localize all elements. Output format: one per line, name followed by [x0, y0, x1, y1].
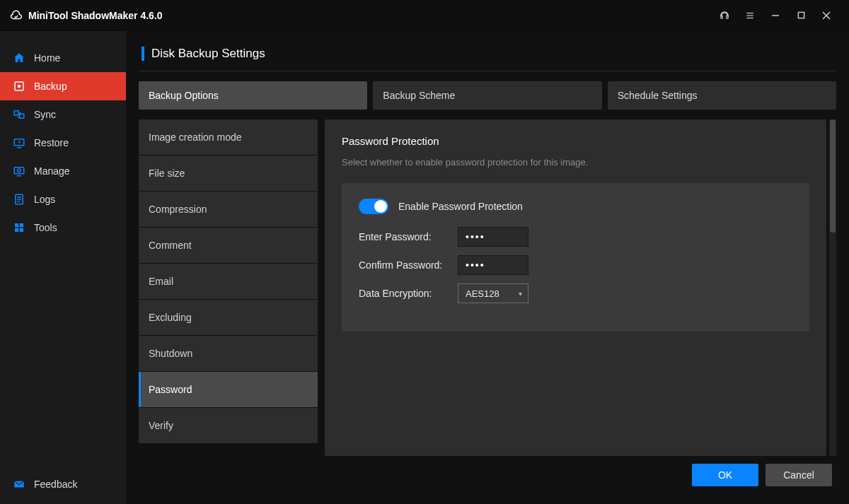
- encryption-label: Data Encryption:: [359, 288, 451, 299]
- sync-icon: [13, 108, 25, 121]
- option-comment[interactable]: Comment: [139, 228, 318, 263]
- option-email[interactable]: Email: [139, 264, 318, 299]
- sidebar-item-label: Backup: [34, 81, 67, 92]
- sidebar-item-restore[interactable]: Restore: [0, 129, 126, 157]
- option-shutdown[interactable]: Shutdown: [139, 336, 318, 371]
- sidebar-item-label: Manage: [34, 165, 70, 177]
- sidebar-item-home[interactable]: Home: [0, 44, 126, 72]
- svg-rect-20: [15, 223, 18, 227]
- option-label: Comment: [149, 240, 192, 251]
- page-title-row: Disk Backup Settings: [139, 47, 836, 61]
- svg-rect-4: [798, 12, 804, 18]
- sidebar-item-backup[interactable]: Backup: [0, 72, 126, 100]
- sidebar-item-label: Logs: [34, 194, 55, 205]
- sidebar-item-sync[interactable]: Sync: [0, 100, 126, 129]
- main: Disk Backup Settings Backup Options Back…: [126, 31, 849, 504]
- home-icon: [13, 52, 25, 64]
- enter-password-label: Enter Password:: [359, 231, 451, 242]
- ok-button[interactable]: OK: [692, 464, 758, 486]
- sidebar-item-label: Home: [34, 52, 60, 64]
- sidebar-item-label: Restore: [34, 137, 69, 148]
- enable-password-toggle[interactable]: [359, 199, 388, 214]
- option-excluding[interactable]: Excluding: [139, 300, 318, 335]
- option-label: Image creation mode: [149, 131, 242, 143]
- chevron-down-icon: ▾: [519, 290, 522, 298]
- manage-icon: [13, 165, 25, 177]
- sidebar-item-logs[interactable]: Logs: [0, 185, 126, 213]
- close-button[interactable]: [814, 5, 839, 26]
- app-title: MiniTool ShadowMaker 4.6.0: [28, 10, 163, 21]
- menu-button[interactable]: [737, 5, 763, 26]
- enter-password-input[interactable]: [458, 227, 529, 247]
- footer: OK Cancel: [139, 456, 836, 494]
- tab-backup-scheme[interactable]: Backup Scheme: [373, 81, 601, 110]
- password-card: Enable Password Protection Enter Passwor…: [342, 183, 809, 332]
- encryption-select[interactable]: AES128 ▾: [458, 283, 529, 303]
- svg-point-8: [18, 85, 21, 88]
- option-label: Password: [149, 384, 192, 395]
- restore-icon: [13, 136, 25, 149]
- option-file-size[interactable]: File size: [139, 156, 318, 191]
- svg-rect-13: [14, 168, 24, 174]
- encryption-value: AES128: [466, 288, 499, 299]
- svg-rect-22: [15, 228, 18, 232]
- option-label: Excluding: [149, 312, 192, 323]
- panel-scrollbar[interactable]: [829, 119, 836, 456]
- option-verify[interactable]: Verify: [139, 408, 318, 443]
- tab-backup-options[interactable]: Backup Options: [139, 81, 367, 110]
- svg-rect-10: [20, 114, 24, 118]
- minimize-button[interactable]: [763, 5, 788, 26]
- tab-schedule-settings[interactable]: Schedule Settings: [608, 81, 836, 110]
- sidebar-item-label: Tools: [34, 222, 57, 233]
- mail-icon: [13, 478, 25, 491]
- panel-hint: Select whether to enable password protec…: [342, 157, 809, 168]
- confirm-password-label: Confirm Password:: [359, 259, 451, 271]
- titlebar: MiniTool ShadowMaker 4.6.0: [0, 0, 849, 31]
- option-label: Compression: [149, 204, 207, 215]
- app-logo-icon: [10, 9, 23, 22]
- help-button[interactable]: [712, 5, 737, 26]
- maximize-button[interactable]: [788, 5, 814, 26]
- tools-icon: [13, 221, 25, 234]
- option-label: Shutdown: [149, 348, 192, 359]
- tab-label: Backup Options: [149, 90, 219, 101]
- svg-rect-21: [20, 223, 23, 227]
- cancel-button[interactable]: Cancel: [766, 464, 832, 486]
- page-title: Disk Backup Settings: [151, 47, 265, 61]
- backup-icon: [13, 80, 25, 93]
- options-list: Image creation mode File size Compressio…: [139, 119, 318, 456]
- svg-point-15: [18, 169, 21, 172]
- option-password[interactable]: Password: [139, 372, 318, 407]
- scrollbar-thumb[interactable]: [830, 119, 836, 233]
- tabs: Backup Options Backup Scheme Schedule Se…: [139, 81, 836, 110]
- svg-rect-23: [20, 228, 23, 232]
- sidebar-item-manage[interactable]: Manage: [0, 157, 126, 185]
- sidebar: Home Backup Sync Restore Manage: [0, 31, 126, 504]
- feedback-label: Feedback: [34, 479, 77, 490]
- toggle-label: Enable Password Protection: [398, 201, 523, 212]
- sidebar-item-label: Sync: [34, 109, 56, 120]
- settings-panel: Password Protection Select whether to en…: [325, 119, 826, 456]
- divider: [139, 71, 836, 71]
- tab-label: Backup Scheme: [383, 90, 455, 101]
- tab-label: Schedule Settings: [618, 90, 698, 101]
- panel-heading: Password Protection: [342, 135, 809, 147]
- option-label: Verify: [149, 420, 173, 431]
- sidebar-item-tools[interactable]: Tools: [0, 213, 126, 242]
- option-label: Email: [149, 276, 173, 287]
- option-compression[interactable]: Compression: [139, 192, 318, 227]
- confirm-password-input[interactable]: [458, 255, 529, 275]
- sidebar-feedback[interactable]: Feedback: [0, 464, 126, 504]
- option-label: File size: [149, 168, 185, 179]
- toggle-knob: [374, 200, 387, 213]
- svg-rect-9: [14, 111, 18, 115]
- logs-icon: [13, 193, 25, 206]
- option-image-creation-mode[interactable]: Image creation mode: [139, 119, 318, 155]
- accent-bar: [142, 47, 144, 61]
